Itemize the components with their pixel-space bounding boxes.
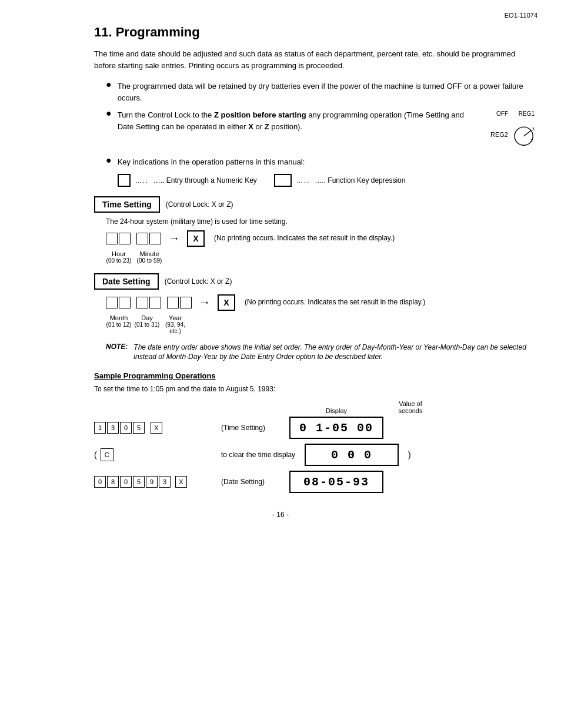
bullet-dot-2: ● <box>106 108 112 119</box>
date-result: (No printing occurs. Indicates the set r… <box>245 297 425 307</box>
date-labels-row: Month (01 to 12) Day (01 to 31) Year (93… <box>106 313 425 334</box>
bullet-text-3: Key indications in the operation pattern… <box>118 157 305 166</box>
hour-boxes <box>106 233 131 244</box>
day-label-group: Day (01 to 31) <box>134 313 160 334</box>
clear-sample-label: to clear the time display <box>221 451 295 459</box>
bullet-dot-3: ● <box>106 155 112 166</box>
time-arrow: → <box>168 232 180 245</box>
dial-label-off: OFF <box>496 110 508 117</box>
key-5: 5 <box>133 422 145 434</box>
date-sample-label: (Date Setting) <box>221 478 280 486</box>
month-box-2 <box>119 297 131 308</box>
day-label: Day <box>134 314 160 321</box>
time-display-value: 0 1-05 00 <box>299 421 373 435</box>
key-x2: X <box>175 476 187 488</box>
date-setting-title: Date Setting <box>94 273 159 290</box>
date-sample-keys: 0 8 0 5 9 3 X <box>94 476 212 488</box>
minute-label: Minute <box>136 250 162 257</box>
month-range: (01 to 12) <box>106 321 132 328</box>
sample-headers: Display Value of seconds <box>94 400 537 414</box>
hour-box-2 <box>119 233 131 244</box>
year-box-1 <box>167 297 179 308</box>
svg-text:X: X <box>532 127 535 132</box>
minute-box-1 <box>136 233 148 244</box>
key-0a: 0 <box>120 422 132 434</box>
svg-text:Z: Z <box>530 139 533 143</box>
dial-label-reg2: REG2 <box>490 131 508 138</box>
paren-close: ) <box>408 450 411 459</box>
sample-desc: To set the time to 1:05 pm and the date … <box>94 385 537 393</box>
display-col-header: Display <box>289 407 383 414</box>
key-8: 8 <box>107 476 119 488</box>
key-9: 9 <box>146 476 158 488</box>
time-keys-row: → X (No printing occurs. Indicates the s… <box>106 230 395 247</box>
hour-box-1 <box>106 233 118 244</box>
clear-display-value: 0 0 0 <box>331 448 372 462</box>
key-5b: 5 <box>133 476 145 488</box>
minute-range: (00 to 59) <box>136 257 162 264</box>
time-sample-label: (Time Setting) <box>221 424 280 432</box>
bullet-text-2: Turn the Control Lock to the Z position … <box>118 109 479 132</box>
function-key-dots: ….. <box>296 177 310 184</box>
minute-label-group: Minute (00 to 59) <box>136 249 162 264</box>
page-ref: EO1-11074 <box>505 12 537 19</box>
date-setting-area: → X (No printing occurs. Indicates the s… <box>106 294 537 334</box>
month-label-group: Month (01 to 12) <box>106 313 132 334</box>
month-label: Month <box>106 314 132 321</box>
key-x1: X <box>151 422 162 434</box>
time-setting-title: Time Setting <box>94 196 160 213</box>
time-setting-desc: The 24-hour system (military time) is us… <box>106 217 537 226</box>
value-col-header: Value of seconds <box>393 400 428 414</box>
note-label: NOTE: <box>106 343 128 363</box>
function-key-label: ….. Function Key depression <box>315 176 405 184</box>
time-setting-area: The 24-hour system (military time) is us… <box>106 217 537 264</box>
bullet-item-3: ● Key indications in the operation patte… <box>106 156 537 187</box>
year-box-2 <box>180 297 192 308</box>
key-3b: 3 <box>159 476 171 488</box>
paren-open: ( <box>94 450 97 459</box>
key-0b: 0 <box>94 476 106 488</box>
date-setting-header: Date Setting (Control Lock: X or Z) <box>94 273 537 290</box>
dial-labels: OFF REG1 <box>490 110 537 117</box>
sample-row-date: 0 8 0 5 9 3 X (Date Setting) 08-05-93 <box>94 471 537 493</box>
time-setting-control-lock: (Control Lock: X or Z) <box>166 200 233 209</box>
minute-boxes <box>136 233 161 244</box>
dial-label-reg1: REG1 <box>519 110 535 117</box>
function-key-box <box>274 174 292 187</box>
time-x-key: X <box>187 230 205 247</box>
time-setting-diagram: → X (No printing occurs. Indicates the s… <box>106 230 537 264</box>
key-indication-row: ….. ….. Entry through a Numeric Key ….. … <box>118 174 406 187</box>
time-display-screen: 0 1-05 00 <box>289 417 383 439</box>
sample-title: Sample Programming Operations <box>94 371 537 380</box>
key-c: C <box>101 448 113 461</box>
numeric-key-box <box>118 174 131 187</box>
dial-svg: X Z <box>510 118 537 150</box>
intro-text: The time and date should be adjusted and… <box>94 48 537 71</box>
bullet-item-2: ● Turn the Control Lock to the Z positio… <box>106 109 537 150</box>
bullet-item-1: ● The programmed data will be retained b… <box>106 80 537 103</box>
sample-row-time: 1 3 0 5 X (Time Setting) 0 1-05 00 <box>94 417 537 439</box>
time-result-text: (No printing occurs. Indicates the set r… <box>214 233 395 243</box>
key-0c: 0 <box>120 476 132 488</box>
month-boxes <box>106 297 131 308</box>
date-setting-diagram: → X (No printing occurs. Indicates the s… <box>106 294 537 334</box>
page-title: 11. Programming <box>94 25 537 40</box>
numeric-key-label: ….. Entry through a Numeric Key <box>153 176 257 184</box>
bullet-text-1: The programmed data will be retained by … <box>118 80 537 103</box>
key-1: 1 <box>94 422 106 434</box>
date-keys-row: → X (No printing occurs. Indicates the s… <box>106 294 425 311</box>
clear-sample-keys: ( C <box>94 448 212 461</box>
day-box-1 <box>136 297 148 308</box>
time-labels-row: Hour (00 to 23) Minute (00 to 59) <box>106 249 395 264</box>
time-setting-header: Time Setting (Control Lock: X or Z) <box>94 196 537 213</box>
year-range: (93, 94, etc.) <box>162 321 188 334</box>
month-box-1 <box>106 297 118 308</box>
day-boxes <box>136 297 161 308</box>
sample-row-clear: ( C to clear the time display 0 0 0 ) <box>94 444 537 466</box>
note-section: NOTE: The date entry order above shows t… <box>106 343 537 363</box>
hour-range: (00 to 23) <box>106 257 132 264</box>
clear-display-screen: 0 0 0 <box>305 444 399 466</box>
lock-diagram: OFF REG1 REG2 X Z <box>490 110 537 150</box>
date-x-key: X <box>218 294 235 311</box>
note-text: The date entry order above shows the ini… <box>133 343 537 363</box>
